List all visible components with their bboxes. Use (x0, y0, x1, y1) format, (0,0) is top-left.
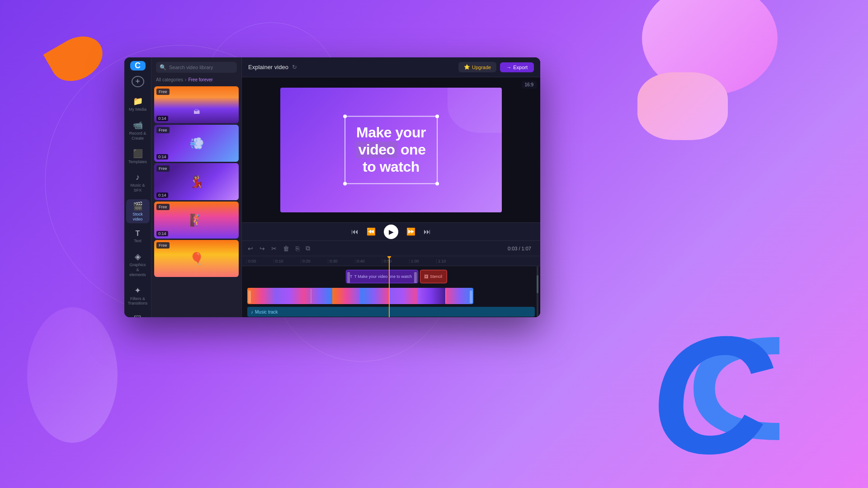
duration-badge: 0:14 (156, 192, 168, 198)
clip-handle-right[interactable] (414, 272, 417, 283)
export-button[interactable]: → Export (500, 62, 534, 72)
corner-handle-bl (343, 182, 347, 185)
list-item[interactable]: 💨 Free 0:14 (154, 125, 239, 162)
sidebar-item-text[interactable]: T Text (126, 228, 150, 245)
top-bar: Explainer video ↻ ⭐ Upgrade → Export (242, 57, 540, 77)
breadcrumb-root[interactable]: All categories (156, 77, 183, 82)
video-frame (304, 288, 332, 304)
arrow-right-icon: → (506, 65, 511, 70)
playhead[interactable] (389, 256, 390, 317)
video-clip[interactable] (247, 288, 473, 304)
timeline-tracks[interactable]: 0:00 0:10 0:20 0:30 0:40 0:50 1:00 1:10 (242, 256, 540, 317)
prev-button[interactable]: ⏪ (367, 227, 376, 236)
video-grid: 🏔 Free 0:14 💨 Free 0:14 💃 Free 0:14 (151, 85, 241, 317)
play-button[interactable]: ▶ (384, 225, 398, 239)
redo-button[interactable]: ↪ (258, 244, 266, 253)
duration-badge: 0:14 (156, 154, 168, 160)
undo-button[interactable]: ↩ (246, 244, 255, 253)
upgrade-button[interactable]: ⭐ Upgrade (458, 62, 496, 72)
search-input[interactable] (169, 65, 233, 70)
text-clip[interactable]: T T Make your video one to watch (346, 270, 418, 283)
free-badge: Free (156, 165, 170, 172)
copy-button[interactable]: ⎘ (294, 244, 301, 253)
app-logo: C (130, 61, 146, 70)
video-track (242, 286, 540, 305)
sidebar-item-graphics[interactable]: ◈ Graphics & elements (126, 250, 150, 279)
ruler-mark: 0:10 (274, 259, 301, 263)
top-bar-actions: ⭐ Upgrade → Export (458, 62, 534, 72)
sidebar-item-brand[interactable]: 🛡 Brand (126, 312, 150, 317)
sidebar-item-stock-video[interactable]: 🎬 Stock video (126, 199, 150, 224)
my-media-icon: 📁 (133, 96, 143, 106)
free-badge: Free (156, 127, 170, 133)
ruler-mark: 1:00 (409, 259, 436, 263)
sidebar-item-my-media[interactable]: 📁 My Media (126, 94, 150, 114)
search-input-wrap[interactable]: 🔍 (156, 62, 237, 73)
list-item[interactable]: 💃 Free 0:14 (154, 163, 239, 200)
sync-icon: ↻ (292, 64, 297, 70)
canvas-decoration (448, 88, 502, 133)
list-item[interactable]: 🧗 Free 0:14 (154, 202, 239, 239)
clip-handle-right[interactable] (470, 291, 472, 303)
timeline-scrollbar-thumb[interactable] (537, 275, 538, 293)
canvas-text-highlight: video (357, 141, 397, 158)
bg-decoration-pink-right (637, 72, 728, 140)
graphics-icon: ◈ (135, 252, 141, 262)
video-frame (417, 288, 445, 304)
breadcrumb-current: Free forever (188, 77, 212, 82)
tracks-container: T T Make your video one to watch 🖼 Stenc… (242, 266, 540, 317)
stencil-clip[interactable]: 🖼 Stencil (420, 270, 447, 283)
bg-decoration-blue-c: C (642, 303, 814, 474)
breadcrumb-sep: › (185, 77, 186, 82)
bg-decoration-purple-left (27, 307, 118, 443)
delete-button[interactable]: 🗑 (282, 244, 291, 253)
video-frame (389, 288, 417, 304)
search-icon: 🔍 (160, 64, 166, 70)
cut-indicator (311, 289, 311, 303)
text-track: T T Make your video one to watch 🖼 Stenc… (242, 268, 540, 285)
video-frame (445, 288, 474, 304)
search-bar: 🔍 (151, 57, 241, 75)
paste-button[interactable]: ⧉ (304, 243, 311, 253)
timeline-area: ↩ ↪ ✂ 🗑 ⎘ ⧉ 0:03 / 1:07 0:00 0:10 (242, 240, 540, 317)
free-badge: Free (156, 89, 170, 95)
playback-bar: ⏮ ⏪ ▶ ⏩ ⏭ (242, 222, 540, 240)
canvas-text-line1: Make your (356, 124, 426, 141)
project-name: Explainer video (248, 64, 288, 70)
music-note-icon: ♪ (251, 310, 253, 314)
clip-handle-left[interactable] (248, 291, 251, 303)
canvas-main-text: Make your video one to watch (356, 124, 426, 176)
sidebar-item-label: Music & SFX (128, 183, 148, 193)
sidebar-item-templates[interactable]: ⬛ Templates (126, 147, 150, 166)
list-item[interactable]: 🏔 Free 0:14 (154, 86, 239, 123)
timeline-scrollbar[interactable] (537, 266, 538, 317)
music-clip[interactable]: ♪ Music track (247, 307, 535, 317)
aspect-ratio-button[interactable]: 16:9 (522, 81, 537, 89)
ruler-mark: 0:00 (246, 259, 274, 263)
ruler-mark: 0:40 (355, 259, 382, 263)
canvas-area: 16:9 Make your video one to watch (242, 77, 540, 222)
sidebar-item-label: Text (134, 239, 142, 244)
prev-start-button[interactable]: ⏮ (351, 228, 359, 236)
bg-decoration-pink-top (642, 0, 778, 95)
video-frame (247, 288, 276, 304)
canvas-text-box[interactable]: Make your video one to watch (344, 116, 438, 184)
sidebar-item-filters[interactable]: ✦ Filters & Transitions (126, 284, 150, 308)
svg-text:C: C (651, 303, 774, 474)
sidebar-item-music-sfx[interactable]: ♪ Music & SFX (126, 171, 150, 195)
templates-icon: ⬛ (133, 149, 143, 159)
corner-handle-br (435, 182, 439, 185)
stock-video-icon: 🎬 (133, 201, 143, 211)
content-panel: 🔍 All categories › Free forever 🏔 Free 0… (151, 57, 242, 317)
duration-badge: 0:14 (156, 116, 168, 121)
star-icon: ⭐ (464, 64, 470, 70)
sidebar-item-record[interactable]: 📹 Record & Create (126, 118, 150, 143)
free-badge: Free (156, 242, 170, 249)
next-button[interactable]: ⏩ (406, 227, 415, 236)
cut-button[interactable]: ✂ (270, 244, 278, 253)
next-end-button[interactable]: ⏭ (424, 228, 431, 236)
video-canvas: Make your video one to watch (280, 88, 502, 212)
list-item[interactable]: 🎈 Free (154, 240, 239, 277)
clip-handle-left[interactable] (347, 272, 350, 283)
add-button[interactable]: + (132, 76, 144, 87)
